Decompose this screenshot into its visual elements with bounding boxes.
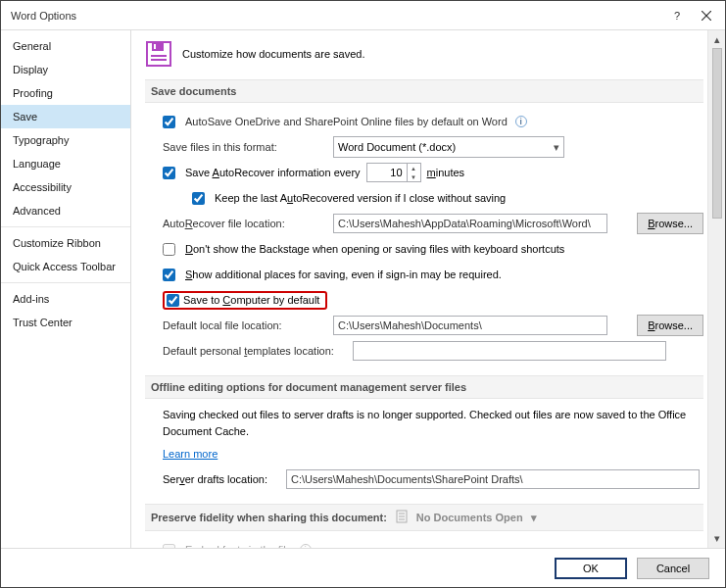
svg-rect-6 — [151, 59, 167, 61]
row-autorecover: Save AutoRecover information every ▲ ▼ m… — [145, 162, 703, 183]
sidebar-item-advanced[interactable]: Advanced — [1, 199, 130, 222]
chevron-down-icon: ▾ — [554, 141, 559, 154]
row-default-local: Default local file location: Browse... — [145, 315, 703, 336]
svg-rect-4 — [154, 44, 156, 49]
dialog-footer: OK Cancel — [1, 548, 725, 587]
help-button[interactable]: ? — [662, 2, 692, 29]
show-additional-checkbox[interactable] — [163, 269, 175, 281]
intro-row: Customize how documents are saved. — [145, 40, 703, 68]
close-button[interactable] — [692, 2, 721, 29]
autorecover-checkbox[interactable] — [163, 167, 175, 179]
row-keep-last: Keep the last AutoRecovered version if I… — [145, 187, 703, 209]
scroll-up-icon[interactable]: ▴ — [708, 30, 725, 48]
info-icon: i — [300, 544, 312, 548]
format-select[interactable]: Word Document (*.docx) ▾ — [333, 136, 564, 158]
default-local-input[interactable] — [333, 316, 607, 335]
scroll-down-icon[interactable]: ▾ — [708, 530, 725, 548]
embed-fonts-label: Embed fonts in the file — [185, 544, 292, 548]
save-to-computer-highlight: Save to Computer by default — [163, 291, 327, 310]
cancel-button[interactable]: Cancel — [637, 558, 709, 579]
autorecover-loc-input[interactable] — [333, 214, 607, 233]
save-to-computer-checkbox[interactable] — [167, 294, 179, 307]
row-autosave: AutoSave OneDrive and SharePoint Online … — [145, 111, 703, 132]
row-autorecover-loc: AutoRecover file location: Browse... — [145, 213, 703, 234]
keep-last-label: Keep the last AutoRecovered version if I… — [215, 192, 506, 204]
sidebar-item-addins[interactable]: Add-ins — [1, 287, 130, 311]
sidebar-item-proofing[interactable]: Proofing — [1, 81, 130, 105]
sidebar-item-save[interactable]: Save — [1, 105, 130, 128]
spin-down[interactable]: ▼ — [408, 172, 420, 181]
show-additional-label: Show additional places for saving, even … — [185, 269, 502, 280]
row-format: Save files in this format: Word Document… — [145, 136, 703, 158]
ok-button[interactable]: OK — [555, 558, 627, 579]
row-dont-show-backstage: Don't show the Backstage when opening or… — [145, 238, 703, 260]
word-doc-icon — [395, 510, 409, 525]
dialog-body: General Display Proofing Save Typography… — [1, 30, 725, 548]
close-icon — [702, 11, 711, 21]
browse-autorecover-button[interactable]: Browse... — [637, 213, 703, 234]
sidebar: General Display Proofing Save Typography… — [1, 30, 131, 548]
content: Customize how documents are saved. Save … — [131, 30, 707, 548]
default-local-label: Default local file location: — [163, 319, 327, 331]
keep-last-checkbox[interactable] — [192, 192, 205, 205]
autorecover-minutes-input[interactable] — [367, 164, 407, 181]
save-to-computer-label: Save to Computer by default — [183, 294, 319, 306]
autosave-checkbox[interactable] — [163, 116, 175, 128]
fidelity-header: Preserve fidelity when sharing this docu… — [151, 512, 387, 523]
dont-show-backstage-label: Don't show the Backstage when opening or… — [185, 243, 564, 255]
row-embed-fonts: Embed fonts in the file i — [145, 539, 703, 548]
sidebar-item-typography[interactable]: Typography — [1, 128, 130, 152]
dont-show-backstage-checkbox[interactable] — [163, 243, 175, 256]
autorecover-prefix: Save AutoRecover information every — [185, 167, 361, 178]
save-icon — [145, 40, 172, 68]
word-options-window: Word Options ? General Display Proofing … — [0, 0, 726, 588]
offline-desc: Saving checked out files to server draft… — [145, 407, 703, 439]
format-value: Word Document (*.docx) — [338, 141, 456, 153]
sidebar-separator — [1, 226, 130, 227]
row-save-to-computer: Save to Computer by default — [145, 289, 703, 311]
svg-rect-3 — [152, 42, 164, 51]
sidebar-separator-2 — [1, 282, 130, 283]
sidebar-item-qat[interactable]: Quick Access Toolbar — [1, 255, 130, 278]
autorecover-loc-label: AutoRecover file location: — [163, 218, 327, 229]
titlebar: Word Options ? — [1, 1, 725, 30]
autosave-label: AutoSave OneDrive and SharePoint Online … — [185, 116, 508, 127]
scrollbar-thumb[interactable] — [712, 48, 722, 219]
intro-text: Customize how documents are saved. — [182, 48, 364, 60]
format-label: Save files in this format: — [163, 141, 327, 153]
chevron-down-icon[interactable]: ▾ — [531, 512, 537, 524]
embed-fonts-checkbox — [163, 544, 175, 549]
sidebar-item-display[interactable]: Display — [1, 58, 130, 81]
fidelity-doc-value: No Documents Open — [416, 512, 523, 523]
server-drafts-input[interactable] — [286, 469, 700, 489]
window-title: Word Options — [11, 10, 662, 22]
spin-up[interactable]: ▲ — [408, 164, 420, 172]
row-learn-more: Learn more — [145, 443, 703, 465]
learn-more-link[interactable]: Learn more — [163, 448, 218, 460]
sidebar-item-trust-center[interactable]: Trust Center — [1, 311, 130, 334]
browse-default-local-button[interactable]: Browse... — [637, 315, 703, 336]
server-drafts-label: Server drafts location: — [163, 473, 280, 485]
autorecover-suffix: minutes — [427, 167, 465, 178]
sidebar-item-accessibility[interactable]: Accessibility — [1, 175, 130, 199]
row-show-additional: Show additional places for saving, even … — [145, 264, 703, 285]
info-icon[interactable]: i — [515, 116, 527, 127]
row-server-drafts: Server drafts location: — [145, 468, 703, 490]
default-templates-label: Default personal templates location: — [163, 345, 347, 357]
section-offline: Offline editing options for document man… — [145, 375, 703, 399]
section-save-documents: Save documents — [145, 79, 703, 103]
svg-rect-5 — [151, 55, 167, 57]
sidebar-item-general[interactable]: General — [1, 34, 130, 58]
sidebar-item-language[interactable]: Language — [1, 152, 130, 175]
section-fidelity: Preserve fidelity when sharing this docu… — [145, 504, 703, 531]
autorecover-minutes-spinner[interactable]: ▲ ▼ — [366, 163, 421, 182]
default-templates-input[interactable] — [353, 341, 666, 361]
content-scrollbar[interactable]: ▴ ▾ — [707, 30, 725, 548]
row-default-templates: Default personal templates location: — [145, 340, 703, 362]
content-wrap: Customize how documents are saved. Save … — [131, 30, 725, 548]
sidebar-item-customize-ribbon[interactable]: Customize Ribbon — [1, 231, 130, 255]
